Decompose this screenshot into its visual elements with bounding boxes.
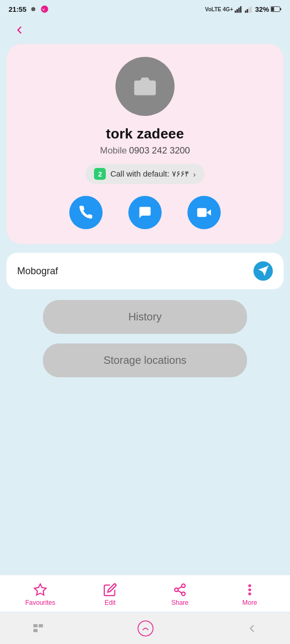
svg-marker-14 <box>207 209 211 216</box>
svg-rect-4 <box>238 8 240 12</box>
svg-rect-26 <box>39 624 43 627</box>
svg-point-18 <box>175 588 178 592</box>
vpn-icon: V <box>40 5 49 13</box>
back-button[interactable] <box>10 20 29 40</box>
storage-locations-button[interactable]: Storage locations <box>43 343 247 377</box>
svg-point-13 <box>141 84 149 92</box>
nav-back-button[interactable] <box>246 623 258 634</box>
mobograf-row: Mobograf <box>6 253 284 289</box>
nav-item-more[interactable]: More <box>234 583 266 606</box>
network-label: VoLTE 4G+ <box>205 6 233 12</box>
svg-rect-5 <box>240 6 242 13</box>
avatar <box>115 57 175 116</box>
more-icon <box>243 583 257 597</box>
favourites-label: Favourites <box>25 599 55 606</box>
star-icon <box>33 583 47 597</box>
bottom-nav: Favourites Edit Share More <box>0 575 290 612</box>
nav-item-share[interactable]: Share <box>164 583 196 606</box>
svg-point-23 <box>249 589 250 590</box>
status-time: 21:55 V <box>9 4 49 14</box>
svg-point-0 <box>32 7 36 11</box>
share-label: Share <box>171 599 189 606</box>
recent-apps-icon <box>32 623 45 634</box>
nav-item-favourites[interactable]: Favourites <box>24 583 56 606</box>
more-label: More <box>242 599 257 606</box>
contact-card: tork zadeee Mobile0903 242 3200 2 Call w… <box>6 44 284 244</box>
wifi-icon <box>28 4 38 14</box>
sim-badge: 2 <box>94 168 106 180</box>
message-button[interactable] <box>128 196 162 229</box>
svg-rect-3 <box>236 9 238 13</box>
chevron-right-icon: › <box>193 170 196 179</box>
phone-label: Mobile <box>100 145 127 156</box>
svg-rect-12 <box>271 7 274 11</box>
svg-rect-6 <box>245 11 247 13</box>
video-button[interactable] <box>187 196 221 229</box>
svg-point-22 <box>249 585 250 587</box>
message-icon <box>137 205 153 220</box>
svg-rect-25 <box>33 624 38 627</box>
svg-rect-7 <box>247 9 248 13</box>
mobograf-label: Mobograf <box>17 266 58 277</box>
call-badge[interactable]: 2 Call with default: ۷۶۶۴ › <box>85 164 204 184</box>
video-icon <box>197 205 212 220</box>
svg-rect-27 <box>33 629 38 632</box>
svg-rect-2 <box>235 11 236 13</box>
signal2-icon <box>245 5 253 13</box>
svg-point-17 <box>182 584 185 588</box>
svg-line-21 <box>178 587 182 589</box>
svg-text:V: V <box>42 8 45 11</box>
phone-icon <box>78 205 93 220</box>
telegram-icon <box>257 265 269 277</box>
time-display: 21:55 <box>9 5 26 13</box>
phone-number: 0903 242 3200 <box>129 145 190 156</box>
camera-icon <box>133 75 157 98</box>
home-icon <box>136 619 155 638</box>
svg-line-20 <box>178 591 182 593</box>
svg-marker-16 <box>34 584 46 595</box>
signal-icon <box>235 5 243 13</box>
nav-home-button[interactable] <box>136 619 155 638</box>
svg-rect-11 <box>280 8 281 10</box>
status-bar: 21:55 V VoLTE 4G+ 32% <box>0 0 290 16</box>
system-nav-bar <box>0 613 290 644</box>
svg-rect-9 <box>250 6 252 13</box>
edit-label: Edit <box>105 599 116 606</box>
back-nav-icon <box>246 623 258 634</box>
battery-display: 32% <box>255 5 269 13</box>
call-button[interactable] <box>69 196 103 229</box>
svg-rect-8 <box>249 8 250 12</box>
battery-icon <box>271 5 281 13</box>
svg-point-19 <box>182 592 185 596</box>
nav-item-edit[interactable]: Edit <box>94 583 126 606</box>
action-buttons <box>69 196 221 229</box>
telegram-button[interactable] <box>253 261 273 281</box>
contact-phone: Mobile0903 242 3200 <box>100 145 190 156</box>
status-right: VoLTE 4G+ 32% <box>205 5 281 13</box>
contact-name: tork zadeee <box>106 126 184 142</box>
edit-icon <box>103 583 117 597</box>
call-badge-text: Call with default: ۷۶۶۴ <box>110 169 189 179</box>
share-icon <box>173 583 187 597</box>
nav-recent-button[interactable] <box>32 623 45 634</box>
history-button[interactable]: History <box>43 300 247 334</box>
svg-point-24 <box>249 593 250 595</box>
svg-rect-15 <box>197 208 207 217</box>
